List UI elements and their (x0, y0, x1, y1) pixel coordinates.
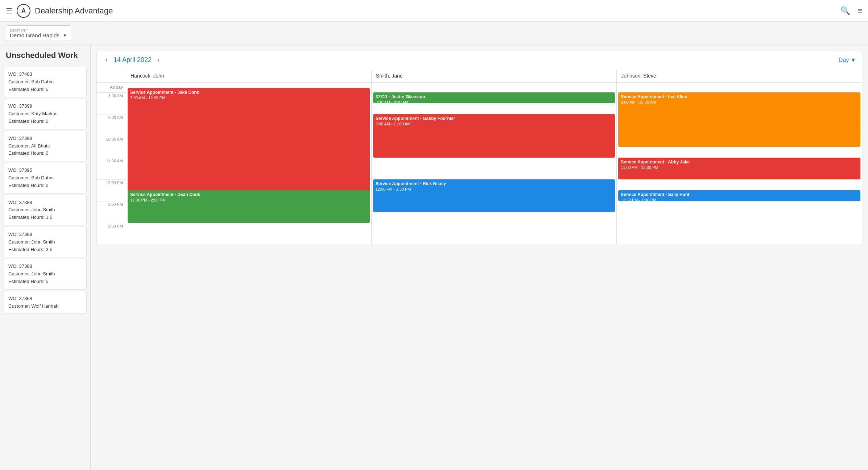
appointment-dean-cook[interactable]: Service Appointment - Dean Cook 12:30 PM… (128, 190, 370, 223)
calendar-date: 14 April 2022 (113, 56, 152, 64)
work-item-0[interactable]: WO: 37403 Customer: Bob Dahm Estimated H… (4, 67, 87, 97)
appointment-jake-conn[interactable]: Service Appointment - Jake Conn 7:00 AM … (128, 88, 370, 197)
work-item-hours: Estimated Hours: 5 (8, 86, 82, 93)
work-item-1[interactable]: WO: 37399 Customer: Katy Markus Estimate… (4, 99, 87, 129)
calendar-body: 8:00 AM 9:00 AM 10:00 AM 11:00 AM 12:00 … (97, 92, 862, 245)
view-dropdown-icon: ▼ (850, 57, 856, 63)
prev-day-button[interactable]: ‹ (103, 55, 111, 65)
appointment-lee-allen[interactable]: Service Appointment - Lee Allen 8:00 AM … (618, 92, 860, 147)
work-item-wo: WO: 37368 (8, 295, 82, 303)
work-item-wo: WO: 37399 (8, 103, 82, 110)
main-layout: Unscheduled Work WO: 37403 Customer: Bob… (0, 45, 868, 470)
work-item-hours: Estimated Hours: 1.5 (8, 214, 82, 221)
columns-header: Hancock, John Smith, Jane Johnson, Steve (97, 69, 862, 83)
tech-header-smith: Smith, Jane (371, 69, 617, 82)
work-item-hours: Estimated Hours: 5 (8, 278, 82, 286)
allday-cell-johnson (616, 83, 862, 92)
work-item-hours: Estimated Hours: 0 (8, 118, 82, 125)
location-label: Location * (10, 28, 67, 32)
app-logo: A (17, 4, 30, 18)
sidebar-title: Unscheduled Work (0, 51, 90, 65)
hamburger-menu-icon[interactable]: ☰ (6, 7, 12, 15)
allday-cell-smith (371, 83, 617, 92)
calendar-area[interactable]: ‹ 14 April 2022 › Day ▼ Hancock, John Sm… (91, 45, 868, 470)
work-item-customer: Customer: Katy Markus (8, 110, 82, 118)
work-item-hours: Estimated Hours: 0 (8, 182, 82, 190)
work-item-wo: WO: 37388 (8, 231, 82, 238)
work-item-wo: WO: 37388 (8, 263, 82, 270)
search-icon[interactable]: 🔍 (840, 6, 850, 16)
time-12pm: 12:00 PM (97, 179, 126, 201)
dropdown-arrow-icon: ▼ (63, 33, 67, 38)
work-item-hours: Estimated Hours: 3.5 (8, 246, 82, 254)
work-item-wo: WO: 37403 (8, 71, 82, 78)
work-item-customer: Customer: Ali Bhatti (8, 142, 82, 150)
time-11am: 11:00 AM (97, 158, 126, 179)
smith-column: 37311 - Justin Glassson 8:00 AM - 8:30 A… (371, 92, 617, 245)
calendar-container: ‹ 14 April 2022 › Day ▼ Hancock, John Sm… (96, 51, 862, 245)
work-item-customer: Customer: John Smith (8, 238, 82, 246)
work-item-2[interactable]: WO: 37398 Customer: Ali Bhatti Estimated… (4, 131, 87, 161)
work-item-customer: Customer: John Smith (8, 270, 82, 278)
time-10am: 10:00 AM (97, 136, 126, 158)
work-item-7[interactable]: WO: 37368 Customer: Wolf Hannah (4, 291, 87, 314)
work-items-list: WO: 37403 Customer: Bob Dahm Estimated H… (0, 67, 90, 314)
hancock-column: Service Appointment - Jake Conn 7:00 AM … (126, 92, 371, 245)
work-item-wo: WO: 37398 (8, 135, 82, 142)
work-item-customer: Customer: Bob Dahm (8, 174, 82, 182)
work-item-customer: Customer: John Smith (8, 206, 82, 214)
work-item-hours: Estimated Hours: 0 (8, 150, 82, 157)
allday-label: All day (97, 83, 126, 92)
appointment-sally-hunt[interactable]: Service Appointment - Sally Hunt 12:30 P… (618, 190, 860, 201)
work-item-wo: WO: 37395 (8, 167, 82, 174)
tech-columns: Service Appointment - Jake Conn 7:00 AM … (126, 92, 862, 245)
work-item-customer: Customer: Bob Dahm (8, 78, 82, 86)
appointment-gabby-fournier[interactable]: Service Appointment - Gabby Fournier 9:0… (373, 114, 615, 158)
work-item-5[interactable]: WO: 37388 Customer: John Smith Estimated… (4, 227, 87, 257)
time-8am: 8:00 AM (97, 92, 126, 114)
work-item-customer: Customer: Wolf Hannah (8, 303, 82, 310)
calendar-header: ‹ 14 April 2022 › Day ▼ (97, 51, 862, 69)
sidebar: Unscheduled Work WO: 37403 Customer: Bob… (0, 45, 91, 470)
johnson-column: Service Appointment - Lee Allen 8:00 AM … (616, 92, 862, 245)
work-item-wo: WO: 37388 (8, 199, 82, 207)
tech-header-hancock: Hancock, John (126, 69, 371, 82)
location-value: Demo Grand Rapids ▼ (10, 32, 67, 38)
menu-icon[interactable]: ≡ (857, 6, 862, 16)
appointment-rick-nicely[interactable]: Service Appointment - Rick Nicely 12:00 … (373, 179, 615, 212)
app-title: Dealership Advantage (35, 6, 836, 16)
view-selector[interactable]: Day ▼ (839, 57, 856, 63)
appointment-justin-glassson[interactable]: 37311 - Justin Glassson 8:00 AM - 8:30 A… (373, 92, 615, 103)
header-actions: 🔍 ≡ (840, 6, 862, 16)
subheader: Location * Demo Grand Rapids ▼ (0, 22, 868, 45)
time-column: 8:00 AM 9:00 AM 10:00 AM 11:00 AM 12:00 … (97, 92, 126, 245)
time-9am: 9:00 AM (97, 114, 126, 136)
work-item-3[interactable]: WO: 37395 Customer: Bob Dahm Estimated H… (4, 163, 87, 193)
tech-header-johnson: Johnson, Steve (616, 69, 862, 82)
time-2pm: 2:00 PM (97, 223, 126, 245)
work-item-6[interactable]: WO: 37388 Customer: John Smith Estimated… (4, 259, 87, 289)
time-1pm: 1:00 PM (97, 201, 126, 223)
location-dropdown[interactable]: Location * Demo Grand Rapids ▼ (6, 25, 71, 41)
calendar-grid: Hancock, John Smith, Jane Johnson, Steve… (97, 69, 862, 245)
next-day-button[interactable]: › (154, 55, 162, 65)
work-item-4[interactable]: WO: 37388 Customer: John Smith Estimated… (4, 195, 87, 225)
appointment-abby-jake[interactable]: Service Appointment - Abby Jake 11:00 AM… (618, 158, 860, 179)
time-gutter-header (97, 69, 126, 82)
